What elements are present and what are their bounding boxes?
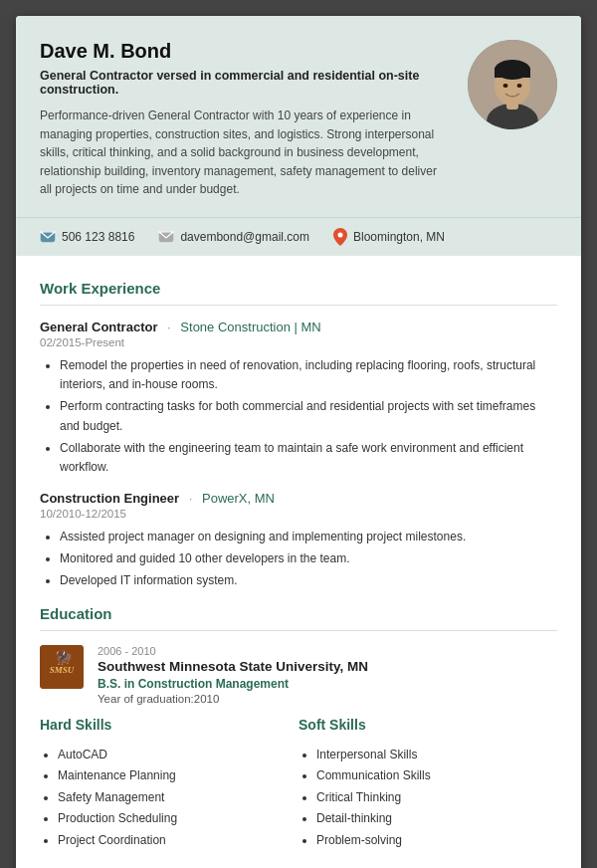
resume-body: Work Experience General Contractor · Sto… (16, 256, 581, 868)
candidate-name: Dave M. Bond (40, 40, 452, 63)
svg-point-7 (517, 84, 522, 88)
job-1-bullets: Remodel the properties in need of renova… (40, 356, 557, 477)
hard-skill-5: Project Coordination (58, 830, 298, 852)
job-2-company: PowerX, MN (202, 491, 275, 506)
soft-skill-2: Communication Skills (316, 765, 557, 787)
hard-skills-list: AutoCAD Maintenance Planning Safety Mana… (40, 745, 298, 852)
job-2-separator: · (189, 491, 193, 506)
hard-skills-title: Hard Skills (40, 717, 298, 733)
hard-skills-col: Hard Skills AutoCAD Maintenance Planning… (40, 717, 298, 852)
education-details: 2006 - 2010 Southwest Minnesota State Un… (98, 645, 368, 705)
avatar (468, 40, 557, 129)
job-1-bullet-1: Remodel the properties in need of renova… (60, 356, 557, 394)
edu-divider (40, 630, 557, 631)
hard-skill-1: AutoCAD (58, 745, 298, 766)
job-1: General Contractor · Stone Construction … (40, 320, 557, 477)
soft-skills-col: Soft Skills Interpersonal Skills Communi… (298, 717, 557, 852)
contact-bar: 506 123 8816 davembond@gmail.com Bloomin… (16, 217, 581, 256)
candidate-summary: Performance-driven General Contractor wi… (40, 107, 452, 199)
edu-grad: Year of graduation:2010 (98, 693, 368, 705)
email-address: davembond@gmail.com (180, 230, 309, 244)
svg-point-6 (503, 84, 508, 88)
soft-skill-3: Critical Thinking (316, 787, 557, 809)
job-2-title: Construction Engineer (40, 491, 179, 506)
soft-skill-1: Interpersonal Skills (316, 745, 557, 766)
job-1-bullet-2: Perform contracting tasks for both comme… (60, 397, 557, 435)
soft-skills-title: Soft Skills (298, 717, 557, 733)
location-text: Bloomington, MN (353, 230, 445, 244)
job-2-dates: 10/2010-12/2015 (40, 508, 557, 520)
job-2: Construction Engineer · PowerX, MN 10/20… (40, 491, 557, 591)
location-contact: Bloomington, MN (333, 228, 445, 246)
hard-skill-4: Production Scheduling (58, 808, 298, 830)
resume-container: Dave M. Bond General Contractor versed i… (16, 16, 581, 868)
header-text: Dave M. Bond General Contractor versed i… (40, 40, 452, 199)
work-experience-title: Work Experience (40, 280, 557, 297)
candidate-title: General Contractor versed in commercial … (40, 69, 452, 97)
location-icon (333, 228, 347, 246)
job-1-separator: · (167, 320, 171, 334)
education-title: Education (40, 605, 557, 622)
university-logo: SMSU 🦬 (40, 645, 84, 689)
job-2-bullet-3: Developed IT information system. (60, 571, 557, 590)
job-1-company: Stone Construction | MN (180, 320, 320, 334)
svg-text:SMSU: SMSU (50, 665, 75, 675)
job-1-dates: 02/2015-Present (40, 336, 557, 348)
education-section: SMSU 🦬 2006 - 2010 Southwest Minnesota S… (40, 645, 557, 705)
svg-point-12 (337, 232, 342, 237)
job-2-bullets: Assisted project manager on designing an… (40, 528, 557, 591)
soft-skill-4: Detail-thinking (316, 808, 557, 830)
job-2-bullet-2: Monitored and guided 10 other developers… (60, 549, 557, 568)
work-divider (40, 305, 557, 306)
job-1-bullet-3: Collaborate with the engineering team to… (60, 439, 557, 477)
edu-school: Southwest Minnesota State University, MN (98, 659, 368, 674)
edu-degree: B.S. in Construction Management (98, 677, 368, 691)
edu-years: 2006 - 2010 (98, 645, 368, 657)
hard-skill-3: Safety Management (58, 787, 298, 809)
skills-section: Hard Skills AutoCAD Maintenance Planning… (40, 717, 557, 852)
phone-icon (40, 231, 56, 243)
email-contact: davembond@gmail.com (158, 230, 309, 244)
svg-rect-5 (495, 68, 530, 78)
job-2-title-line: Construction Engineer · PowerX, MN (40, 491, 557, 506)
soft-skill-5: Problem-solving (316, 830, 557, 852)
soft-skills-list: Interpersonal Skills Communication Skill… (298, 745, 557, 852)
email-icon (158, 231, 174, 243)
header-section: Dave M. Bond General Contractor versed i… (16, 16, 581, 217)
job-2-bullet-1: Assisted project manager on designing an… (60, 528, 557, 546)
hard-skill-2: Maintenance Planning (58, 765, 298, 787)
job-1-title: General Contractor (40, 320, 157, 334)
job-1-title-line: General Contractor · Stone Construction … (40, 320, 557, 334)
phone-contact: 506 123 8816 (40, 230, 134, 244)
phone-number: 506 123 8816 (62, 230, 134, 244)
